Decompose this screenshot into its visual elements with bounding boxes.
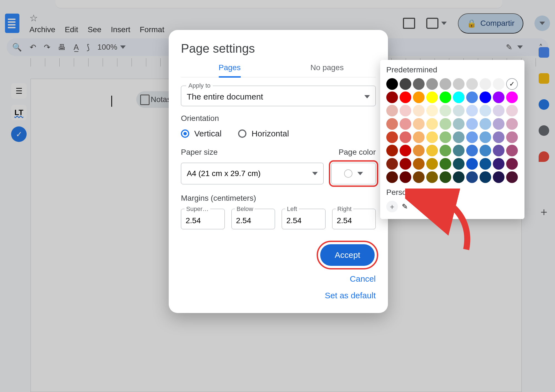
palette-swatch[interactable] [440, 105, 451, 116]
palette-swatch[interactable] [466, 105, 478, 116]
palette-swatch[interactable] [453, 91, 465, 103]
palette-swatch[interactable] [440, 145, 451, 156]
palette-swatch[interactable] [480, 131, 491, 143]
palette-swatch[interactable] [506, 105, 518, 116]
palette-swatch[interactable] [386, 118, 398, 130]
palette-swatch[interactable] [493, 78, 504, 90]
palette-swatch[interactable] [400, 145, 411, 156]
color-swatch-icon [344, 169, 352, 178]
palette-swatch[interactable] [413, 91, 425, 103]
palette-swatch[interactable] [413, 158, 425, 170]
palette-swatch[interactable] [440, 131, 451, 143]
palette-swatch[interactable] [466, 171, 478, 183]
paper-size-select[interactable]: A4 (21 cm x 29.7 cm) [181, 163, 324, 184]
palette-swatch[interactable] [493, 91, 504, 103]
radio-unselected-icon [238, 129, 246, 138]
palette-swatch[interactable] [466, 145, 478, 156]
palette-swatch[interactable] [453, 131, 465, 143]
margin-left-input[interactable]: Left2.54 [282, 209, 326, 229]
palette-swatch[interactable] [493, 171, 504, 183]
palette-swatch[interactable] [413, 145, 425, 156]
palette-swatch[interactable] [480, 105, 491, 116]
palette-swatch[interactable] [453, 145, 465, 156]
palette-swatch[interactable] [400, 158, 411, 170]
palette-swatch[interactable] [426, 105, 438, 116]
palette-swatch[interactable] [386, 158, 398, 170]
palette-swatch[interactable] [453, 78, 465, 90]
palette-swatch[interactable] [466, 118, 478, 130]
palette-swatch[interactable] [386, 78, 398, 90]
palette-swatch[interactable] [480, 158, 491, 170]
palette-swatch[interactable] [453, 118, 465, 130]
color-palette-popover: Predetermined ✓ Personalized ＋ ✎ [380, 60, 524, 219]
palette-swatch[interactable] [400, 91, 411, 103]
apply-to-select[interactable]: Apply to The entire document [181, 86, 376, 106]
palette-swatch[interactable] [426, 131, 438, 143]
palette-swatch[interactable] [386, 171, 398, 183]
palette-swatch[interactable] [493, 118, 504, 130]
palette-swatch[interactable] [386, 91, 398, 103]
palette-swatch[interactable] [400, 131, 411, 143]
palette-swatch[interactable] [506, 145, 518, 156]
page-settings-dialog: Page settings Pages No pages Apply to Th… [169, 30, 388, 313]
palette-swatch[interactable] [466, 91, 478, 103]
palette-swatch[interactable] [400, 105, 411, 116]
palette-swatch[interactable] [480, 171, 491, 183]
palette-swatch[interactable] [506, 91, 518, 103]
palette-swatch[interactable] [426, 91, 438, 103]
accept-button[interactable]: Accept [320, 244, 375, 266]
palette-swatch[interactable] [400, 78, 411, 90]
palette-swatch[interactable] [400, 171, 411, 183]
palette-swatch[interactable] [426, 171, 438, 183]
palette-swatch[interactable] [440, 78, 451, 90]
eyedropper-icon[interactable]: ✎ [402, 202, 408, 211]
palette-swatch[interactable] [453, 171, 465, 183]
palette-swatch[interactable] [413, 131, 425, 143]
palette-swatch[interactable] [480, 78, 491, 90]
tab-no-pages[interactable]: No pages [278, 63, 376, 77]
palette-swatch[interactable] [506, 158, 518, 170]
palette-swatch[interactable] [440, 171, 451, 183]
orientation-horizontal-radio[interactable]: Horizontal [238, 129, 289, 138]
palette-swatch[interactable] [400, 118, 411, 130]
palette-swatch[interactable]: ✓ [506, 78, 518, 90]
palette-swatch[interactable] [413, 78, 425, 90]
margin-below-input[interactable]: Below2.54 [231, 209, 275, 229]
tab-pages[interactable]: Pages [181, 63, 278, 77]
palette-swatch[interactable] [440, 91, 451, 103]
palette-swatch[interactable] [413, 118, 425, 130]
palette-swatch[interactable] [426, 158, 438, 170]
orientation-vertical-radio[interactable]: Vertical [181, 129, 221, 138]
palette-swatch[interactable] [506, 131, 518, 143]
palette-swatch[interactable] [466, 158, 478, 170]
add-custom-color-button[interactable]: ＋ [386, 201, 398, 212]
page-color-select[interactable] [331, 163, 376, 184]
palette-swatch[interactable] [493, 158, 504, 170]
margin-top-input[interactable]: Super…2.54 [181, 209, 225, 229]
palette-swatch[interactable] [426, 118, 438, 130]
palette-swatch[interactable] [506, 118, 518, 130]
palette-swatch[interactable] [453, 105, 465, 116]
palette-swatch[interactable] [413, 171, 425, 183]
cancel-button[interactable]: Cancel [350, 274, 376, 284]
palette-swatch[interactable] [493, 145, 504, 156]
palette-swatch[interactable] [453, 158, 465, 170]
palette-swatch[interactable] [413, 105, 425, 116]
palette-swatch[interactable] [480, 91, 491, 103]
palette-swatch[interactable] [426, 145, 438, 156]
palette-swatch[interactable] [426, 78, 438, 90]
palette-swatch[interactable] [386, 131, 398, 143]
set-default-button[interactable]: Set as default [325, 291, 376, 300]
palette-swatch[interactable] [480, 118, 491, 130]
palette-swatch[interactable] [386, 105, 398, 116]
palette-swatch[interactable] [440, 158, 451, 170]
palette-swatch[interactable] [506, 171, 518, 183]
palette-swatch[interactable] [493, 131, 504, 143]
margin-right-input[interactable]: Right2.54 [332, 209, 376, 229]
palette-swatch[interactable] [493, 105, 504, 116]
palette-swatch[interactable] [480, 145, 491, 156]
palette-swatch[interactable] [466, 131, 478, 143]
palette-swatch[interactable] [466, 78, 478, 90]
palette-swatch[interactable] [386, 145, 398, 156]
palette-swatch[interactable] [440, 118, 451, 130]
